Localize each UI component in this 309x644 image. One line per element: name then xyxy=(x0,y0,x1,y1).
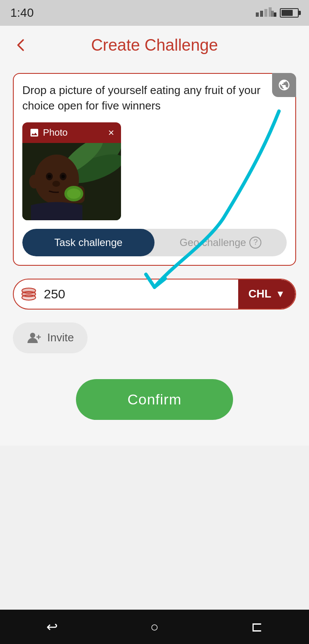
amount-input[interactable] xyxy=(44,287,238,301)
svg-point-11 xyxy=(29,175,39,188)
status-time: 1:40 xyxy=(10,6,34,20)
battery-icon xyxy=(280,8,299,18)
back-button[interactable] xyxy=(13,37,28,53)
photo-close-button[interactable]: × xyxy=(108,127,114,139)
svg-rect-4 xyxy=(274,12,276,17)
bottom-navigation: ↩ ○ ⊏ xyxy=(0,610,309,644)
photo-attachment: Photo × xyxy=(22,122,287,220)
amount-section: CHL ▼ xyxy=(13,279,296,310)
globe-button[interactable] xyxy=(272,73,296,97)
page-header: Create Challenge xyxy=(0,26,309,64)
invite-button[interactable]: Invite xyxy=(13,322,88,353)
nav-back-icon[interactable]: ↩ xyxy=(46,619,58,635)
svg-point-19 xyxy=(67,188,81,199)
svg-rect-3 xyxy=(269,7,272,17)
amount-icon xyxy=(14,285,44,304)
page-title: Create Challenge xyxy=(91,36,218,55)
photo-image xyxy=(22,143,121,220)
challenge-description: Drop a picture of yourself eating any fr… xyxy=(22,82,287,114)
svg-point-15 xyxy=(61,175,65,178)
status-icons xyxy=(256,6,299,19)
challenge-type-tabs: Task challenge Geo challenge ? xyxy=(22,229,287,256)
main-content: Drop a picture of yourself eating any fr… xyxy=(0,64,309,446)
currency-selector[interactable]: CHL ▼ xyxy=(238,279,295,309)
svg-rect-2 xyxy=(264,9,267,17)
photo-header: Photo × xyxy=(22,122,121,143)
svg-point-28 xyxy=(30,333,35,338)
signal-icon xyxy=(256,6,276,19)
svg-rect-0 xyxy=(256,12,259,17)
currency-label: CHL xyxy=(248,287,271,301)
svg-point-14 xyxy=(48,175,51,178)
confirm-button[interactable]: Confirm xyxy=(76,379,233,420)
svg-point-16 xyxy=(52,181,60,187)
status-bar: 1:40 xyxy=(0,0,309,26)
photo-label: Photo xyxy=(43,127,68,138)
photo-header-left: Photo xyxy=(29,127,68,138)
geo-help-icon[interactable]: ? xyxy=(249,237,261,249)
amount-field: CHL ▼ xyxy=(13,279,296,310)
confirm-button-wrap: Confirm xyxy=(13,379,296,420)
invite-label: Invite xyxy=(47,331,74,344)
svg-rect-1 xyxy=(260,11,263,17)
tab-task-challenge[interactable]: Task challenge xyxy=(22,229,154,256)
nav-home-icon[interactable]: ○ xyxy=(150,619,158,635)
tab-geo-challenge[interactable]: Geo challenge ? xyxy=(154,229,287,256)
currency-chevron-icon: ▼ xyxy=(276,289,285,300)
nav-recent-icon[interactable]: ⊏ xyxy=(251,619,263,635)
svg-rect-5 xyxy=(271,11,274,17)
challenge-card: Drop a picture of yourself eating any fr… xyxy=(13,73,296,266)
